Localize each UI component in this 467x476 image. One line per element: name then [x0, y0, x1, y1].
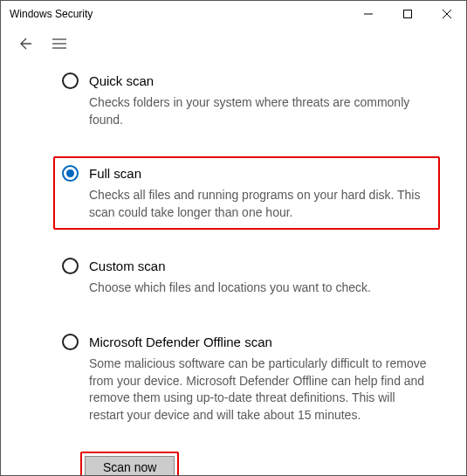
scan-now-button[interactable]: Scan now: [85, 456, 175, 476]
hamburger-icon: [52, 38, 66, 50]
option-desc: Checks folders in your system where thre…: [89, 94, 431, 128]
radio-full-scan[interactable]: Full scan: [62, 165, 431, 182]
option-desc: Some malicious software can be particula…: [89, 355, 431, 424]
toolbar: [1, 27, 466, 57]
radio-custom-scan[interactable]: Custom scan: [62, 258, 431, 274]
minimize-icon: [364, 10, 373, 18]
minimize-button[interactable]: [348, 1, 388, 27]
option-full-scan: Full scan Checks all files and running p…: [53, 156, 440, 230]
option-label: Microsoft Defender Offline scan: [89, 335, 272, 349]
scan-now-highlight: Scan now: [80, 452, 179, 476]
option-label: Full scan: [89, 166, 141, 181]
radio-icon: [62, 72, 79, 89]
option-label: Quick scan: [89, 73, 154, 88]
window-title: Windows Security: [10, 8, 348, 20]
svg-rect-1: [403, 10, 411, 18]
scan-options: Quick scan Checks folders in your system…: [1, 57, 466, 476]
option-label: Custom scan: [89, 259, 166, 273]
option-desc: Choose which files and locations you wan…: [89, 279, 431, 297]
maximize-icon: [403, 10, 412, 18]
maximize-button[interactable]: [388, 1, 427, 27]
option-quick-scan: Quick scan Checks folders in your system…: [53, 64, 440, 137]
radio-icon: [62, 334, 79, 350]
close-button[interactable]: [427, 1, 466, 27]
titlebar: Windows Security: [1, 1, 466, 27]
radio-defender-offline-scan[interactable]: Microsoft Defender Offline scan: [62, 334, 431, 350]
radio-quick-scan[interactable]: Quick scan: [62, 72, 431, 89]
close-icon: [443, 10, 451, 18]
option-desc: Checks all files and running programs on…: [89, 187, 431, 221]
menu-button[interactable]: [52, 36, 67, 52]
radio-icon: [62, 258, 79, 274]
option-defender-offline-scan: Microsoft Defender Offline scan Some mal…: [53, 325, 440, 432]
option-custom-scan: Custom scan Choose which files and locat…: [53, 249, 440, 306]
back-arrow-icon: [17, 36, 32, 52]
back-button[interactable]: [17, 36, 32, 52]
radio-icon: [62, 165, 79, 182]
